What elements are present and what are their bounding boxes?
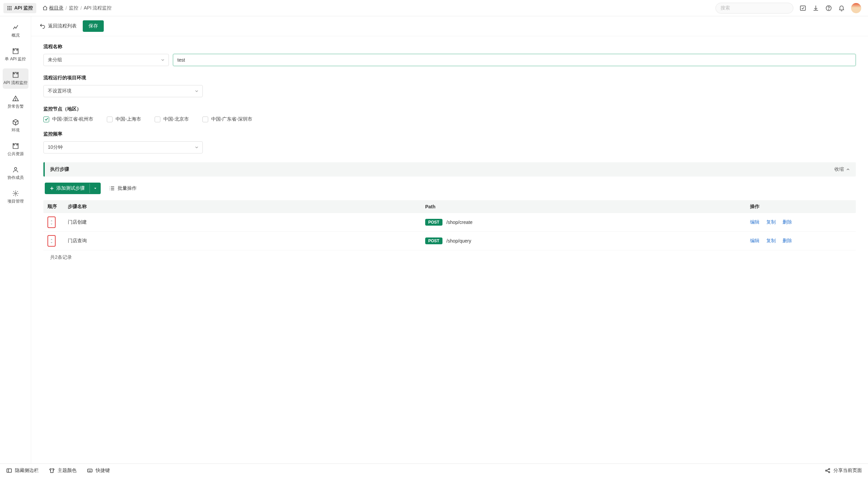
sidebar-item-api-flow[interactable]: API 流程监控 (3, 68, 28, 89)
steps-table: 顺序 步骤名称 Path 操作 门店创建 POST /s (43, 200, 856, 265)
checked-icon (43, 117, 49, 122)
label-nodes: 监控节点（地区） (43, 106, 856, 112)
back-button[interactable]: 返回流程列表 (39, 23, 77, 29)
puzzle-icon (12, 71, 19, 78)
method-badge: POST (425, 237, 442, 244)
method-badge: POST (425, 219, 442, 226)
svg-rect-8 (11, 9, 12, 10)
env-value: 不设置环境 (48, 88, 72, 94)
collapse-button[interactable]: 收缩 (834, 166, 850, 172)
svg-point-12 (15, 100, 16, 100)
list-icon (109, 185, 115, 191)
group-value: 未分组 (48, 57, 62, 63)
download-icon[interactable] (812, 5, 819, 12)
sidebar-item-overview[interactable]: 概况 (3, 21, 28, 41)
group-select[interactable]: 未分组 (43, 54, 169, 66)
sidebar-item-label: 公共资源 (7, 151, 24, 157)
sidebar-item-env[interactable]: 环境 (3, 116, 28, 136)
bell-icon[interactable] (838, 5, 845, 12)
save-button[interactable]: 保存 (83, 20, 104, 32)
sort-handle[interactable] (47, 216, 56, 228)
flow-name-input[interactable] (173, 54, 856, 66)
path-text: /shop/create (447, 220, 473, 225)
search-input[interactable]: 搜索 (715, 3, 793, 14)
gear-icon (12, 190, 19, 197)
sidebar-item-members[interactable]: 协作成员 (3, 163, 28, 184)
svg-rect-0 (7, 6, 8, 7)
label-freq: 监控频率 (43, 131, 856, 137)
back-icon (39, 23, 45, 29)
add-step-label: 添加测试步骤 (56, 185, 85, 191)
sort-handle[interactable] (47, 235, 56, 247)
node-label: 中国-浙江省-杭州市 (52, 116, 93, 122)
breadcrumb-sep: / (80, 5, 82, 11)
checkbox-icon[interactable] (800, 5, 806, 12)
svg-rect-6 (7, 9, 8, 10)
svg-rect-4 (9, 7, 10, 8)
unchecked-icon (107, 117, 113, 122)
chevron-down-icon (50, 223, 53, 225)
sidebar-item-single-api[interactable]: 单 API 监控 (3, 45, 28, 65)
svg-point-13 (14, 167, 17, 170)
add-step-button[interactable]: 添加测试步骤 (45, 183, 101, 194)
freq-select[interactable]: 10分钟 (43, 141, 203, 153)
node-hangzhou[interactable]: 中国-浙江省-杭州市 (43, 116, 93, 122)
edit-button[interactable]: 编辑 (750, 219, 760, 225)
chevron-down-icon (194, 145, 199, 150)
node-beijing[interactable]: 中国-北京市 (155, 116, 189, 122)
plus-icon (50, 186, 54, 191)
help-icon[interactable] (825, 5, 832, 12)
th-path: Path (425, 204, 750, 210)
sidebar-item-label: 项目管理 (7, 199, 24, 204)
sidebar-item-settings[interactable]: 项目管理 (3, 187, 28, 207)
th-ops: 操作 (750, 204, 852, 210)
table-row: 门店查询 POST /shop/query 编辑 复制 删除 (43, 232, 856, 250)
svg-rect-7 (9, 9, 10, 10)
avatar[interactable] (851, 3, 861, 13)
sidebar-item-label: 单 API 监控 (5, 56, 26, 62)
copy-button[interactable]: 复制 (766, 219, 776, 225)
caret-down-icon (93, 186, 97, 190)
sidebar-item-alerts[interactable]: 异常告警 (3, 92, 28, 112)
svg-point-11 (828, 9, 829, 9)
batch-label: 批量操作 (118, 185, 137, 191)
sidebar-item-public-res[interactable]: 公共资源 (3, 140, 28, 160)
sidebar-item-label: 协作成员 (7, 175, 24, 181)
th-name: 步骤名称 (68, 204, 425, 210)
delete-button[interactable]: 删除 (783, 219, 792, 225)
sidebar: 概况 单 API 监控 API 流程监控 异常告警 环境 公共资源 协作成员 (0, 16, 31, 463)
svg-rect-3 (7, 7, 8, 8)
breadcrumb-root[interactable]: 根目录 (42, 5, 63, 11)
chevron-up-icon (846, 167, 850, 172)
unchecked-icon (202, 117, 208, 122)
home-icon (42, 5, 48, 11)
table-row: 门店创建 POST /shop/create 编辑 复制 删除 (43, 213, 856, 232)
app-switcher[interactable]: API 监控 (3, 3, 36, 13)
action-bar: 返回流程列表 保存 (31, 16, 868, 36)
add-step-caret[interactable] (90, 184, 101, 193)
batch-button[interactable]: 批量操作 (109, 185, 137, 191)
sidebar-item-label: 概况 (12, 33, 20, 38)
breadcrumb-sep: / (65, 5, 67, 11)
chevron-up-icon (50, 238, 53, 241)
node-shenzhen[interactable]: 中国-广东省-深圳市 (202, 116, 252, 122)
svg-rect-1 (9, 6, 10, 7)
svg-point-14 (15, 193, 16, 194)
path-text: /shop/query (447, 238, 471, 244)
breadcrumb-leaf: API 流程监控 (84, 5, 112, 11)
delete-button[interactable]: 删除 (783, 238, 792, 244)
breadcrumb-mid[interactable]: 监控 (69, 5, 78, 11)
copy-button[interactable]: 复制 (766, 238, 776, 244)
node-label: 中国-北京市 (163, 116, 189, 122)
node-shanghai[interactable]: 中国-上海市 (107, 116, 141, 122)
puzzle-icon (12, 48, 19, 55)
chevron-down-icon (50, 241, 53, 244)
collapse-label: 收缩 (834, 166, 844, 172)
svg-rect-2 (11, 6, 12, 7)
users-icon (12, 166, 19, 173)
edit-button[interactable]: 编辑 (750, 238, 760, 244)
warning-icon (12, 95, 19, 102)
env-select[interactable]: 不设置环境 (43, 85, 203, 97)
topbar: API 监控 根目录 / 监控 / API 流程监控 搜索 (0, 0, 868, 16)
node-label: 中国-上海市 (116, 116, 141, 122)
